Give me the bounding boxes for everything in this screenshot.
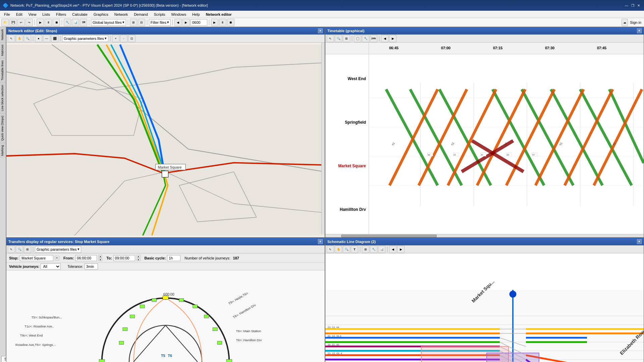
ne-fit[interactable]: ⊡ xyxy=(128,35,136,42)
vtab-timetable-lines[interactable]: Timetable lines xyxy=(0,58,6,82)
sc-btn-5[interactable]: 🔧 xyxy=(370,246,377,253)
menu-network-editor[interactable]: Network editor xyxy=(203,12,234,17)
toolbar-btn-2[interactable]: 💾 xyxy=(9,19,17,26)
vtab-marking[interactable]: Marking xyxy=(0,143,6,158)
schematic-close[interactable]: ✕ xyxy=(637,239,642,244)
schematic-panel: Schematic Line Diagram (2) ✕ ↖ ✋ 🔍 T ⊞ 🔧… xyxy=(325,238,644,362)
menu-file[interactable]: File xyxy=(1,12,13,17)
ne-node-tool[interactable]: ● xyxy=(35,35,42,42)
network-map[interactable]: Market Square xyxy=(6,43,325,237)
transfers-close[interactable]: ✕ xyxy=(318,239,323,244)
timetable-close[interactable]: ✕ xyxy=(637,28,642,33)
menu-network[interactable]: Network xyxy=(112,12,130,17)
tolerance-input[interactable] xyxy=(85,263,98,269)
filter-files-dropdown[interactable]: Filter files ▾ xyxy=(149,19,171,26)
minimize-button[interactable]: — xyxy=(624,3,629,8)
from-input[interactable] xyxy=(75,255,97,261)
network-editor-toolbar: ↖ ✋ 🔍 ● — ⬛ Graphic parameters files ▾ +… xyxy=(6,35,325,43)
sc-btn-6[interactable]: 📊 xyxy=(378,246,385,253)
ne-zoom-tool[interactable]: 🔍 xyxy=(24,35,31,42)
svg-text:23, 13, 43, 4: 23, 13, 43, 4 xyxy=(328,352,342,355)
play-button[interactable]: ▶ xyxy=(211,19,218,26)
menu-calculate[interactable]: Calculate xyxy=(69,12,90,17)
toolbar-btn-13[interactable]: ◀ xyxy=(174,19,182,26)
tt-btn-2[interactable]: 🔍 xyxy=(335,35,342,42)
menu-lists[interactable]: Lists xyxy=(40,12,53,17)
ne-link-tool[interactable]: — xyxy=(43,35,50,42)
menu-help[interactable]: Help xyxy=(190,12,203,17)
ne-zoom-out[interactable]: - xyxy=(120,35,127,42)
timetable-hscroll[interactable] xyxy=(325,234,644,237)
sc-btn-4[interactable]: ⊞ xyxy=(362,246,369,253)
ne-select-tool[interactable]: ↖ xyxy=(8,35,15,42)
network-vscroll[interactable] xyxy=(321,43,325,234)
graphic-params-dropdown[interactable]: Graphic parameters files ▾ xyxy=(62,35,108,42)
global-layout-dropdown[interactable]: Global layout files ▾ xyxy=(91,19,126,26)
tt-btn-3[interactable]: ⊞ xyxy=(343,35,350,42)
tr-graphic-params-dropdown[interactable]: Graphic parameters files ▾ xyxy=(35,246,81,253)
to-input[interactable] xyxy=(113,255,135,261)
tt-btn-4[interactable]: 📋 xyxy=(354,35,361,42)
vtab-quick-view[interactable]: Quick view (Stops) xyxy=(0,113,6,143)
restore-button[interactable]: ❐ xyxy=(630,3,635,8)
toolbar-btn-4[interactable]: ↪ xyxy=(25,19,33,26)
basic-cycle-input[interactable] xyxy=(167,255,180,261)
menu-scripts[interactable]: Scripts xyxy=(151,12,168,17)
toolbar-btn-14[interactable]: ▶ xyxy=(182,19,190,26)
sc-btn-3[interactable]: 🔍 xyxy=(343,246,350,253)
sc-btn-2[interactable]: ✋ xyxy=(335,246,342,253)
toolbar-btn-9[interactable]: 📊 xyxy=(72,19,79,26)
menu-windows[interactable]: Windows xyxy=(168,12,189,17)
vtab-matrices[interactable]: Matrices xyxy=(0,42,6,58)
vj-select[interactable]: All xyxy=(41,263,61,269)
network-editor-close[interactable]: ✕ xyxy=(318,28,323,33)
sign-in-label[interactable]: Sign in xyxy=(629,20,643,24)
toolbar-btn-12[interactable]: ⊟ xyxy=(138,19,145,26)
sc-btn-8[interactable]: ▶ xyxy=(397,246,405,253)
tt-btn-7[interactable]: ◀ xyxy=(381,35,388,42)
sc-btn-1[interactable]: ↖ xyxy=(327,246,334,253)
pause-button[interactable]: ⏸ xyxy=(219,19,226,26)
toolbar-btn-11[interactable]: ⊞ xyxy=(130,19,137,26)
tt-btn-6[interactable]: 24h xyxy=(370,35,377,42)
close-button[interactable]: ✕ xyxy=(636,3,641,8)
stop-input[interactable] xyxy=(20,255,53,261)
title-bar: 🔷 Network: PuT_Planning_engiStops24.ver*… xyxy=(0,0,644,11)
sc-btn-7[interactable]: ◀ xyxy=(389,246,396,253)
toolbar-btn-7[interactable]: ⏹ xyxy=(53,19,60,26)
toolbar-btn-6[interactable]: ⏸ xyxy=(45,19,52,26)
ne-pan-tool[interactable]: ✋ xyxy=(16,35,23,42)
ne-stop-tool[interactable]: ⬛ xyxy=(51,35,58,42)
tr-btn-1[interactable]: ↖ xyxy=(8,246,15,253)
to-spin-up[interactable]: ▲ xyxy=(137,255,141,258)
menu-filters[interactable]: Filters xyxy=(53,12,69,17)
to-spin-down[interactable]: ▼ xyxy=(137,258,141,261)
menu-graphics[interactable]: Graphics xyxy=(91,12,111,17)
toolbar-btn-5[interactable]: ▶ xyxy=(37,19,44,26)
tt-btn-8[interactable]: ▶ xyxy=(389,35,396,42)
tr-btn-2[interactable]: 🔍 xyxy=(16,246,23,253)
ne-zoom-in[interactable]: + xyxy=(112,35,119,42)
tt-btn-5[interactable]: 🔧 xyxy=(362,35,369,42)
timetable-diagram[interactable]: T2 T2 T2 T2 T2 30 15 xyxy=(369,54,644,234)
stop-button[interactable]: ⏹ xyxy=(227,19,234,26)
from-spin-down[interactable]: ▼ xyxy=(98,258,102,261)
vtab-line-block[interactable]: Line block selection xyxy=(0,82,6,113)
stop-pick-btn[interactable]: ✏ xyxy=(55,256,59,260)
menu-demand[interactable]: Demand xyxy=(131,12,151,17)
sc-btn-text[interactable]: T xyxy=(351,246,358,253)
vtab-network[interactable]: Network xyxy=(0,27,6,42)
time-filter-input[interactable]: 0600 xyxy=(191,19,207,26)
toolbar-btn-8[interactable]: 🔧 xyxy=(64,19,71,26)
menu-view[interactable]: View xyxy=(26,12,39,17)
vj-label: Vehicle journeys: xyxy=(9,264,39,268)
tr-btn-3[interactable]: ⊞ xyxy=(24,246,31,253)
toolbar-btn-1[interactable]: 📁 xyxy=(1,19,9,26)
from-spin-up[interactable]: ▲ xyxy=(98,255,102,258)
tt-btn-1[interactable]: ↖ xyxy=(327,35,334,42)
toolbar-btn-10[interactable]: 🗺 xyxy=(80,19,87,26)
timetable-hscroll-thumb[interactable] xyxy=(341,235,437,237)
toolbar-btn-3[interactable]: ↩ xyxy=(17,19,25,26)
sc-sep-2 xyxy=(387,246,387,252)
menu-edit[interactable]: Edit xyxy=(13,12,25,17)
